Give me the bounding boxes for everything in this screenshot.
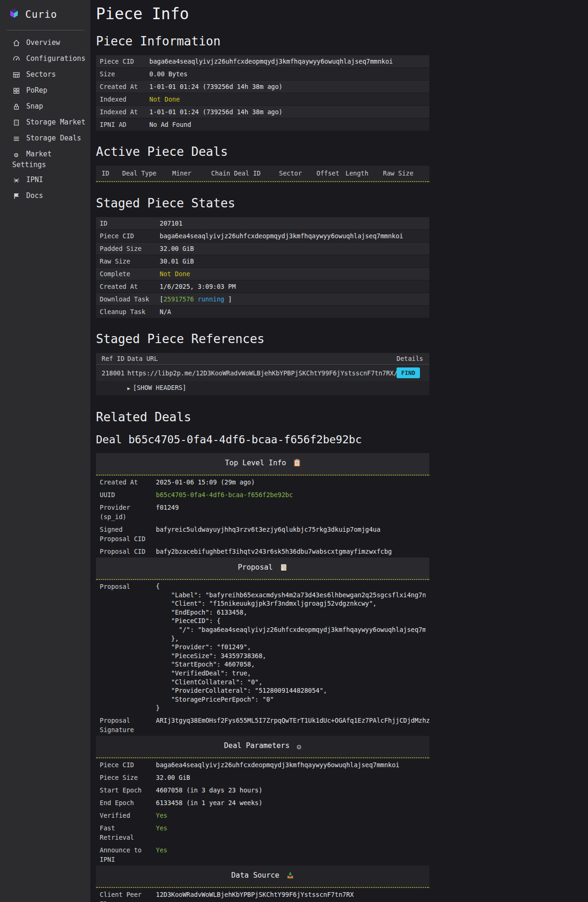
table-row: Created At1/6/2025, 3:09:03 PM (96, 280, 429, 293)
table-row: IndexedNot Done (96, 93, 429, 105)
brand[interactable]: Curio (0, 0, 90, 28)
table-row: Announce to IPNIYes (96, 843, 429, 865)
reference-row: 218001 https://libp2p.me/12D3KooWRadvWoW… (96, 365, 429, 381)
clipboard-icon (294, 459, 301, 469)
sidebar-item-porep[interactable]: PoRep (12, 86, 88, 96)
deal-uuid-value[interactable]: b65c4705-0fa4-4df6-bcaa-f656f2be92bc (152, 489, 429, 501)
table-row: Piece CIDbaga6ea4seaqlyivjz26uhfcxdeopmq… (96, 758, 429, 771)
ref-id: 218001 (102, 369, 127, 377)
table-row: Provider (sp_id)f01249 (96, 501, 429, 523)
fast-retrieval-status: Yes (152, 822, 429, 843)
staged-piece-references-heading: Staged Piece References (96, 332, 429, 346)
gauge-icon (12, 55, 20, 65)
curio-logo-icon (8, 7, 20, 22)
proposal-header: Proposal (96, 557, 429, 580)
spider-icon (12, 176, 20, 186)
show-headers-toggle[interactable]: ▶[SHOW HEADERS] (127, 384, 186, 391)
sidebar-divider (7, 30, 84, 30)
sidebar-nav: Overview Configurations Sectors PoRep Sn… (0, 38, 90, 202)
staged-piece-references-table: Ref ID Data URL Details 218001 https://l… (96, 353, 429, 395)
data-source-header: Data Source (96, 865, 429, 888)
table-row: Size0.00 Bytes (96, 67, 429, 80)
gear-icon: ⚙ (12, 150, 20, 160)
lock-icon (12, 103, 20, 112)
sidebar-item-storage-deals[interactable]: Storage Deals (12, 133, 88, 144)
memo-icon (280, 564, 287, 573)
deal-parameters-header: Deal Parameters ⚙ (96, 736, 429, 758)
sidebar-item-configurations[interactable]: Configurations (12, 54, 88, 65)
deal-uuid-heading: Deal b65c4705-0fa4-4df6-bcaa-f656f2be92b… (96, 433, 429, 446)
table-row: Indexed At1-01-01 01:24 (739256d 14h 38m… (96, 105, 429, 118)
home-icon (12, 39, 20, 49)
gear-icon: ⚙ (297, 742, 301, 751)
table-icon (12, 71, 20, 81)
top-level-info-header: Top Level Info (96, 453, 429, 476)
table-row: UUIDb65c4705-0fa4-4df6-bcaa-f656f2be92bc (96, 488, 429, 501)
table-row: Piece Size32.00 GiB (96, 771, 429, 784)
deal-detail-table: Top Level Info Created At2025-01-06 15:0… (96, 453, 429, 902)
table-row: IPNI ADNo Ad Found (96, 118, 429, 131)
table-row: Client Peer ID12D3KooWRadvWoWLBjehKbYPBP… (96, 888, 429, 902)
table-row: Download Task [25917576 running ] (96, 293, 429, 305)
table-row: Padded Size32.00 GiB (96, 242, 429, 255)
sidebar-item-docs[interactable]: Docs (12, 191, 88, 202)
list-icon (12, 134, 20, 144)
download-task-value: [25917576 running ] (156, 293, 429, 305)
sidebar: Curio Overview Configurations Sectors Po… (0, 0, 90, 902)
task-id[interactable]: 25917576 (163, 295, 194, 303)
find-button[interactable]: FIND (397, 367, 420, 378)
indexed-status: Not Done (146, 93, 429, 105)
sidebar-item-overview[interactable]: Overview (12, 38, 88, 49)
sidebar-item-market-settings[interactable]: ⚙Market Settings (12, 149, 88, 170)
page-title: Piece Info (96, 5, 429, 23)
sidebar-item-sectors[interactable]: Sectors (12, 70, 88, 81)
show-headers-row: ▶[SHOW HEADERS] (96, 381, 429, 395)
proposal-signature-value: ARIj3tgyq38EmOHsf2Fys655ML5I7ZrpqQwTErT1… (152, 714, 429, 736)
table-row: Proposal CIDbafy2bzacebifughbetf3ihqtv24… (96, 545, 429, 557)
inbox-icon (287, 872, 294, 881)
task-status: running (198, 295, 224, 303)
table-row: Created At2025-01-06 15:09 (29m ago) (96, 476, 429, 488)
proposal-json: { "Label": "bafyreihb65exacmdysh4m2a73d4… (156, 582, 426, 712)
piece-information-table: Piece CIDbaga6ea4seaqlyivjz26uhfcxdeopmq… (96, 55, 429, 131)
table-row: End Epoch6133458 (in 1 year 24 weeks) (96, 796, 429, 809)
main-content: Piece Info Piece Information Piece CIDba… (90, 0, 588, 902)
verified-status: Yes (152, 809, 429, 821)
triangle-right-icon: ▶ (127, 386, 130, 391)
table-row: Signed Proposal CIDbafyreic5uldwayuyjhhq… (96, 523, 429, 545)
table-row: Piece CIDbaga6ea4seaqlyivjz26uhfcxdeopmq… (96, 229, 429, 242)
related-deals-heading: Related Deals (96, 410, 429, 424)
table-row: Raw Size30.01 GiB (96, 255, 429, 267)
table-row: ID207101 (96, 217, 429, 229)
staged-piece-states-table: ID207101 Piece CIDbaga6ea4seaqlyivjz26uh… (96, 217, 429, 318)
brand-name: Curio (25, 9, 57, 20)
sidebar-item-ipni[interactable]: IPNI (12, 175, 88, 186)
active-piece-deals-heading: Active Piece Deals (96, 145, 429, 159)
table-row: Start Epoch4607058 (in 3 days 23 hours) (96, 784, 429, 796)
building-icon (12, 118, 20, 128)
table-row: Proposal SignatureARIj3tgyq38EmOHsf2Fys6… (96, 714, 429, 736)
table-row: Created At1-01-01 01:24 (739256d 14h 38m… (96, 80, 429, 93)
flag-icon (12, 192, 20, 202)
table-row: Piece CIDbaga6ea4seaqlyivjz26uhfcxdeopmq… (96, 55, 429, 67)
table-row: VerifiedYes (96, 809, 429, 821)
complete-status: Not Done (156, 268, 429, 280)
staged-piece-states-heading: Staged Piece States (96, 196, 429, 210)
references-header-row: Ref ID Data URL Details (96, 353, 429, 365)
table-row: CompleteNot Done (96, 267, 429, 280)
sidebar-item-snap[interactable]: Snap (12, 102, 88, 112)
active-piece-deals-header-row: ID Deal Type Miner Chain Deal ID Sector … (96, 166, 429, 182)
piece-information-heading: Piece Information (96, 34, 429, 48)
data-url: https://libp2p.me/12D3KooWRadvWoWLBjehKb… (127, 369, 397, 377)
announce-ipni-status: Yes (152, 844, 429, 865)
grid-icon (12, 87, 20, 96)
sidebar-item-storage-market[interactable]: Storage Market (12, 117, 88, 128)
table-row: Fast RetrievalYes (96, 821, 429, 843)
proposal-json-row: Proposal { "Label": "bafyreihb65exacmdys… (96, 580, 429, 714)
table-row: Cleanup TaskN/A (96, 305, 429, 318)
